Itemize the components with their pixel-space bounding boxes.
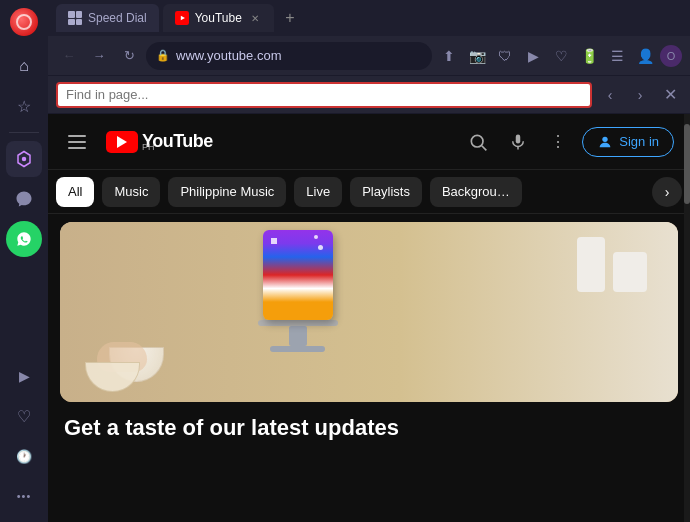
speed-dial-icon bbox=[68, 11, 82, 25]
hamburger-line-2 bbox=[68, 141, 86, 143]
tab-bar: Speed Dial YouTube ✕ + bbox=[48, 0, 690, 36]
sidebar-item-whatsapp[interactable] bbox=[6, 221, 42, 257]
find-previous-button[interactable]: ‹ bbox=[598, 83, 622, 107]
cake-stand-base bbox=[270, 346, 325, 352]
reload-button[interactable]: ↻ bbox=[116, 43, 142, 69]
cake-stack bbox=[258, 230, 338, 352]
find-bar: ‹ › ✕ bbox=[48, 76, 690, 114]
youtube-more-button[interactable]: ⋮ bbox=[542, 126, 574, 158]
hamburger-line-3 bbox=[68, 147, 86, 149]
svg-rect-5 bbox=[516, 134, 521, 143]
kebab-icon: ⋮ bbox=[550, 132, 566, 151]
opera-logo-icon[interactable] bbox=[10, 8, 38, 36]
address-text: www.youtube.com bbox=[176, 48, 422, 63]
scroll-thumb[interactable] bbox=[684, 124, 690, 204]
clock-icon: 🕐 bbox=[16, 449, 32, 464]
sidebar-item-home[interactable]: ⌂ bbox=[6, 48, 42, 84]
cake-stand-post bbox=[289, 326, 307, 346]
back-button[interactable]: ← bbox=[56, 43, 82, 69]
extension-icon[interactable]: O bbox=[660, 45, 682, 67]
sidebar-item-heart[interactable]: ♡ bbox=[6, 398, 42, 434]
white-jar-tall bbox=[577, 237, 605, 292]
search-icon bbox=[468, 132, 488, 152]
messenger-icon bbox=[15, 190, 33, 208]
svg-line-4 bbox=[482, 145, 487, 150]
category-bar: All Music Philippine Music Live Playlist… bbox=[48, 170, 690, 214]
find-close-button[interactable]: ✕ bbox=[658, 83, 682, 107]
tab-speed-dial-label: Speed Dial bbox=[88, 11, 147, 25]
sidebar-item-bookmarks[interactable]: ☆ bbox=[6, 88, 42, 124]
sign-in-button[interactable]: Sign in bbox=[582, 127, 674, 157]
find-input[interactable] bbox=[56, 82, 592, 108]
youtube-microphone-button[interactable] bbox=[502, 126, 534, 158]
chip-playlists[interactable]: Playlists bbox=[350, 177, 422, 207]
svg-point-3 bbox=[472, 135, 484, 147]
aria-icon bbox=[15, 150, 33, 168]
svg-point-0 bbox=[22, 157, 27, 162]
sign-in-icon bbox=[597, 134, 613, 150]
sign-in-label: Sign in bbox=[619, 134, 659, 149]
toolbar-icons: ⬆ 📷 🛡 ▶ ♡ 🔋 ☰ 👤 O bbox=[436, 43, 682, 69]
hero-text-area: Get a taste of our latest updates bbox=[60, 402, 678, 443]
shield-icon[interactable]: 🛡 bbox=[492, 43, 518, 69]
hamburger-line-1 bbox=[68, 135, 86, 137]
pinboard-icon[interactable]: ♡ bbox=[548, 43, 574, 69]
hero-title: Get a taste of our latest updates bbox=[64, 414, 674, 443]
youtube-logo[interactable]: YouTube PH bbox=[106, 131, 213, 153]
hero-image-scene bbox=[60, 222, 678, 402]
sidebar-divider bbox=[9, 132, 39, 133]
chip-all[interactable]: All bbox=[56, 177, 94, 207]
cake-body bbox=[263, 230, 333, 320]
browser-chrome: Speed Dial YouTube ✕ + ← → ↻ 🔒 www.youtu… bbox=[48, 0, 690, 114]
address-bar: ← → ↻ 🔒 www.youtube.com ⬆ 📷 🛡 ▶ ♡ 🔋 ☰ 👤 … bbox=[48, 36, 690, 76]
category-next-button[interactable]: › bbox=[652, 177, 682, 207]
opera-sidebar: ⌂ ☆ ▶ ♡ 🕐 ••• bbox=[0, 0, 48, 522]
hamburger-menu-button[interactable] bbox=[64, 131, 90, 153]
microphone-icon bbox=[509, 133, 527, 151]
tab-youtube-close[interactable]: ✕ bbox=[248, 11, 262, 25]
video-icon: ▶ bbox=[19, 368, 30, 384]
home-icon: ⌂ bbox=[19, 57, 29, 75]
whatsapp-icon bbox=[16, 231, 32, 247]
hero-image[interactable] bbox=[60, 222, 678, 402]
sidebar-item-more[interactable]: ••• bbox=[6, 478, 42, 514]
youtube-header-icons: ⋮ Sign in bbox=[462, 126, 674, 158]
account-icon[interactable]: 👤 bbox=[632, 43, 658, 69]
youtube-header: YouTube PH ⋮ bbox=[48, 114, 690, 170]
more-icon: ••• bbox=[17, 490, 32, 502]
page-content: YouTube PH ⋮ bbox=[48, 114, 690, 522]
sidebar-item-history[interactable]: 🕐 bbox=[6, 438, 42, 474]
tab-youtube-label: YouTube bbox=[195, 11, 242, 25]
youtube-logo-icon bbox=[106, 131, 138, 153]
sidebar-item-messenger[interactable] bbox=[6, 181, 42, 217]
sidebar-item-aria[interactable] bbox=[6, 141, 42, 177]
flow-icon[interactable]: ▶ bbox=[520, 43, 546, 69]
heart-icon: ♡ bbox=[17, 407, 31, 426]
white-jar-short bbox=[613, 252, 647, 292]
white-jars bbox=[577, 237, 647, 292]
battery-icon[interactable]: 🔋 bbox=[576, 43, 602, 69]
lock-icon: 🔒 bbox=[156, 49, 170, 62]
youtube-favicon bbox=[175, 11, 189, 25]
address-bar-input-wrapper[interactable]: 🔒 www.youtube.com bbox=[146, 42, 432, 70]
chip-philippine-music[interactable]: Philippine Music bbox=[168, 177, 286, 207]
tab-speed-dial[interactable]: Speed Dial bbox=[56, 4, 159, 32]
snapshot-icon[interactable]: 📷 bbox=[464, 43, 490, 69]
chip-backgrounds[interactable]: Backgrou… bbox=[430, 177, 522, 207]
sidebar-item-video[interactable]: ▶ bbox=[6, 358, 42, 394]
chip-music[interactable]: Music bbox=[102, 177, 160, 207]
menu-icon[interactable]: ☰ bbox=[604, 43, 630, 69]
chip-live[interactable]: Live bbox=[294, 177, 342, 207]
hero-area: Get a taste of our latest updates bbox=[48, 214, 690, 451]
svg-point-7 bbox=[603, 136, 608, 141]
tab-youtube[interactable]: YouTube ✕ bbox=[163, 4, 274, 32]
youtube-wordmark-wrapper: YouTube PH bbox=[142, 131, 213, 152]
forward-button[interactable]: → bbox=[86, 43, 112, 69]
star-icon: ☆ bbox=[17, 97, 31, 116]
share-icon[interactable]: ⬆ bbox=[436, 43, 462, 69]
scroll-track[interactable] bbox=[684, 114, 690, 522]
youtube-search-button[interactable] bbox=[462, 126, 494, 158]
find-next-button[interactable]: › bbox=[628, 83, 652, 107]
new-tab-button[interactable]: + bbox=[278, 6, 302, 30]
